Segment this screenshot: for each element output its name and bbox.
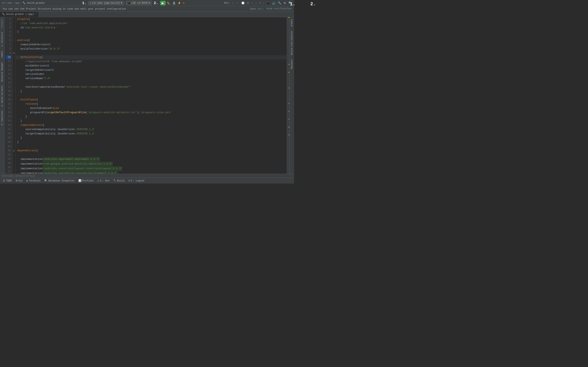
stop-button[interactable]: ■ [182,1,185,5]
foldspace-33 [13,153,15,157]
todo-icon: ☰ [3,179,5,182]
compileSdk-7: compileSdkVersion [20,43,48,47]
foldspace-34 [13,157,15,161]
ln-35: 35 [6,161,11,166]
tab-profiler[interactable]: 📊 Profiler [77,178,96,184]
foldspace-19 [13,93,15,98]
fold-20[interactable]: − [13,98,15,102]
tab-terminal[interactable]: ▶ Terminal [25,178,42,184]
code-line-27: sourceCompatibility JavaVersion.VERSION_… [16,127,287,132]
settings-button[interactable]: ⚙ [283,1,287,5]
kw-release: release [25,102,36,106]
tab-logcat[interactable]: ≡ 6 : Logcat [127,178,146,184]
avd-button[interactable]: 📺 [272,1,276,5]
gradle-icon: 🔧 [2,13,5,16]
todo-label: TODO [6,179,12,182]
code-line-37: implementation 'androidx.navigation:navi… [16,171,287,174]
open-link[interactable]: Open (⌘;) [250,7,263,10]
gutter-mark-7 [288,127,290,127]
brace-close-29: } [20,136,22,140]
dep-35: 'com.google.android.material:material:1.… [43,162,113,166]
git-check-button[interactable]: ✓ [231,1,235,5]
foldspace-27 [13,127,15,132]
fold-32[interactable]: ▶ [13,149,15,153]
ln-7: 7 [6,43,11,47]
hide-notification-link[interactable]: Hide notification [267,7,292,10]
sidebar-item-structure[interactable]: 1: Structure [1,31,4,48]
tab-run[interactable]: ▶ 4 : Run [96,178,111,184]
build-icon: 🔨 [113,179,116,182]
debug-button[interactable]: 🐛 [166,1,171,5]
coverage-button[interactable]: 🔬 [172,1,176,5]
code-line-18: } [16,89,287,94]
run-button[interactable]: ▶ [160,1,165,5]
profile-button[interactable]: ⚡ [177,1,182,5]
ln-5: 5 [6,34,11,38]
tab-build[interactable]: 🔨 Build [112,178,126,184]
comment-11: //applicationId "com.ombuweb.sirpda" [25,59,83,64]
sidebar-item-build-variants[interactable]: Z: Build Variants [1,84,4,108]
sidebar-right-emulator[interactable]: Emulator [290,58,293,70]
ln-13: 13 [6,68,11,72]
breadcrumb-file: 🔧 build.gradle [22,1,45,4]
sidebar-item-commit[interactable]: Commit [1,49,4,59]
git-icon: ⑨ [16,179,18,182]
fold-25[interactable]: − [13,119,15,123]
code-line-22: minifyEnabled false [16,106,287,110]
code-content[interactable]: plugins { //id 'com.android.application'… [16,17,287,174]
scroll-gutter [287,17,290,174]
code-line-34: implementation 'androidx.appcompat:appco… [16,157,287,162]
fold-6[interactable]: − [13,38,15,43]
fold-10[interactable]: − [13,55,15,59]
proguard-23: proguardFiles [30,110,51,115]
run-config-button[interactable]: ▶ sir-pda [app:build] ▼ [88,1,124,5]
brace-close-25: } [20,119,22,123]
ln-20: 20 [6,98,11,102]
git-merge-button[interactable]: ⑂ [259,1,261,5]
fold-18[interactable]: − [13,89,15,94]
fold-24[interactable]: − [13,115,15,119]
search-button[interactable]: 🔍 [288,1,292,5]
ln-16: 16 [6,81,11,85]
sidebar-item-favorites[interactable]: 2: Favorites [1,109,4,126]
ln-27: 27 [6,127,11,132]
device-selector[interactable]: 📱 LGE LG-M250 ▼ [126,1,152,5]
foldspace-22 [13,106,15,110]
git-push-button[interactable]: ↑ [251,1,254,5]
ln-23: 23 [6,110,11,115]
tab-db-inspector[interactable]: 🔍 Database Inspector [43,178,76,184]
fold-26[interactable]: − [13,123,15,127]
ln-4: 4 [6,30,11,34]
build-gradle-tab[interactable]: 🔧 build.gradle (:app) × [0,12,39,17]
fold-1[interactable]: − [13,17,15,21]
ln-24: 24 [6,115,11,119]
git-fetch-button[interactable]: ↓ [255,1,258,5]
device-manager-button[interactable]: 📱 [266,1,270,5]
git-tab-label: Git [18,179,23,182]
fold-29[interactable]: − [13,136,15,140]
sidebar-item-project[interactable]: Project [1,18,4,29]
ln-34: 34 [6,157,11,161]
comma-23: ), [137,110,140,115]
code-line-16 [16,81,287,85]
sidebar-item-resource-manager[interactable]: Resource Manager [1,61,4,83]
sdk-button[interactable]: 🔧 [277,1,282,5]
git-status-button[interactable]: ✓ [236,1,240,5]
sidebar-right-gradle[interactable]: Gradle [290,18,293,28]
foldspace-3 [13,26,15,30]
step1-label: 1. [82,1,86,5]
fold-21[interactable]: − [13,102,15,106]
git-revert-button[interactable]: ↩ [246,1,250,5]
tab-todo[interactable]: ☰ TODO [1,178,13,184]
breadcrumb-app[interactable]: app [15,2,20,4]
breadcrumb-project[interactable]: sir-pda [2,2,12,4]
num-32-13: 32 [51,68,54,72]
git-history-button[interactable]: 🕐 [241,1,245,5]
sidebar-right-device-file-explorer[interactable]: Device File Explorer [290,29,293,56]
run-tab-icon: ▶ [98,179,99,182]
tab-close-button[interactable]: × [35,13,36,15]
targetSdk-13: targetSdkVersion [25,68,51,72]
code-line-26: compileOptions { [16,123,287,127]
ln-31: 31 [6,144,11,149]
tab-git[interactable]: ⑨ Git [14,178,25,184]
